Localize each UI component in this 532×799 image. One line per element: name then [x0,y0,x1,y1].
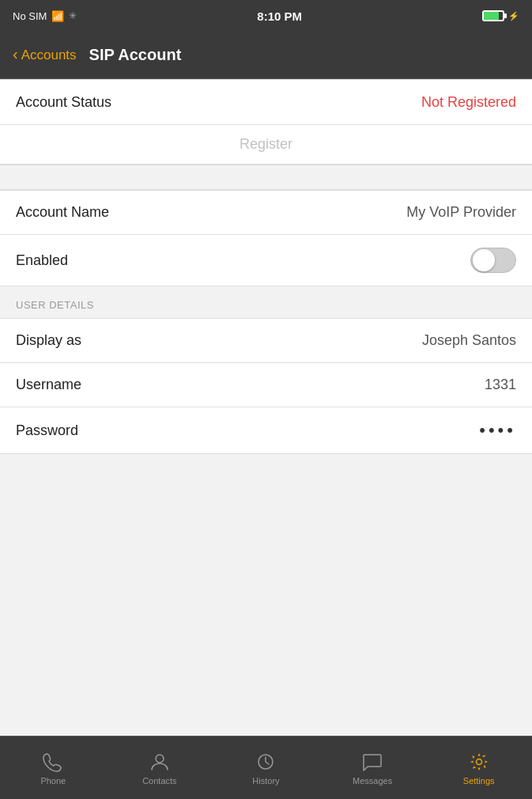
tab-history[interactable]: History [213,751,319,786]
display-as-row[interactable]: Display as Joseph Santos [0,319,532,363]
register-label: Register [240,136,292,152]
tab-messages[interactable]: Messages [319,751,426,786]
user-details-header-text: USER DETAILS [16,299,94,311]
enabled-label: Enabled [16,252,68,269]
carrier-text: No SIM [13,10,47,22]
username-row[interactable]: Username 1331 [0,363,532,407]
tab-contacts-label: Contacts [142,776,176,786]
username-value: 1331 [485,377,516,393]
status-right: ⚡ [482,10,519,21]
back-chevron-icon: ‹ [13,45,18,63]
status-time: 8:10 PM [257,9,302,23]
account-name-label: Account Name [16,204,109,221]
svg-point-0 [156,755,164,763]
content-area: Account Status Not Registered Register A… [0,79,532,736]
tab-settings[interactable]: Settings [425,751,532,786]
password-dots: •••• [479,420,516,441]
tab-history-label: History [252,776,279,786]
user-details-section: Display as Joseph Santos Username 1331 P… [0,318,532,454]
account-status-value: Not Registered [421,94,516,111]
status-left: No SIM 📶 ✳ [13,10,77,22]
status-bar: No SIM 📶 ✳ 8:10 PM ⚡ [0,0,532,32]
account-name-row[interactable]: Account Name My VoIP Provider [0,191,532,235]
password-row[interactable]: Password •••• [0,407,532,453]
display-as-value: Joseph Santos [422,332,516,349]
enabled-row: Enabled [0,235,532,286]
page-title: SIP Account [89,46,182,64]
tab-phone[interactable]: Phone [0,751,107,786]
spacer-1 [0,165,532,190]
account-name-value: My VoIP Provider [406,204,516,221]
signal-icon: ✳ [69,10,77,21]
tab-phone-label: Phone [40,776,66,786]
history-icon [255,751,277,773]
user-details-header: USER DETAILS [0,286,532,318]
tab-contacts[interactable]: Contacts [107,751,213,786]
toggle-knob [473,249,495,271]
messages-icon [361,751,383,773]
display-as-label: Display as [16,332,81,349]
enabled-toggle[interactable] [470,248,516,273]
tab-bar: Phone Contacts History Messages Settings [0,736,532,799]
wifi-icon: 📶 [51,10,64,22]
charging-bolt: ⚡ [508,11,519,21]
account-status-label: Account Status [16,94,111,111]
account-status-row: Account Status Not Registered [0,80,532,124]
tab-settings-label: Settings [463,776,495,786]
nav-bar: ‹ Accounts SIP Account [0,32,532,79]
phone-icon [42,751,64,773]
register-row[interactable]: Register [0,125,532,165]
battery-indicator [482,10,504,21]
account-status-section: Account Status Not Registered [0,79,532,125]
svg-point-2 [476,759,481,764]
password-label: Password [16,422,78,439]
contacts-icon [149,751,171,773]
battery-fill [484,12,499,20]
back-label: Accounts [21,47,77,63]
settings-icon [468,751,490,773]
back-button[interactable]: ‹ Accounts [13,47,77,63]
account-info-section: Account Name My VoIP Provider Enabled [0,190,532,286]
tab-messages-label: Messages [353,776,392,786]
username-label: Username [16,377,81,393]
